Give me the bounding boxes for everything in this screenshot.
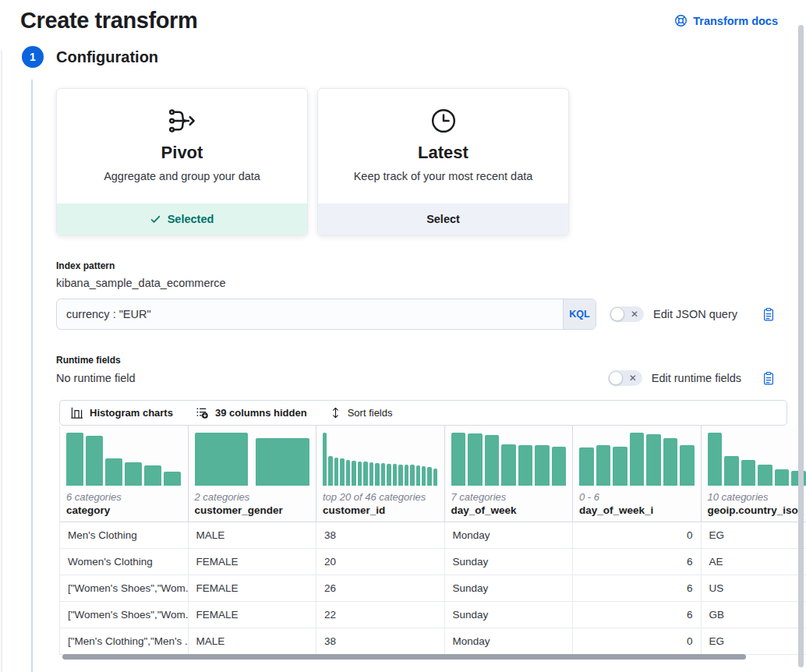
- histogram-bar: [708, 433, 723, 486]
- sort-fields-button[interactable]: Sort fields: [331, 407, 393, 419]
- histogram-bar: [363, 462, 367, 486]
- grid-cell[interactable]: 38: [316, 522, 445, 548]
- clock-icon: [430, 106, 457, 136]
- copy-json-query-button[interactable]: [762, 307, 775, 322]
- grid-cell[interactable]: Men's Clothing: [60, 522, 189, 548]
- latest-card-description: Keep track of your most recent data: [354, 170, 533, 182]
- grid-cell[interactable]: Sunday: [445, 602, 574, 628]
- column-name: day_of_week: [451, 504, 567, 518]
- grid-cell[interactable]: MALE: [189, 628, 317, 654]
- histogram-bar: [346, 460, 350, 486]
- grid-cell[interactable]: FEMALE: [189, 575, 317, 601]
- latest-card-body: Latest Keep track of your most recent da…: [318, 89, 568, 203]
- query-bar: KQL: [56, 299, 596, 330]
- grid-cell[interactable]: 38: [316, 628, 445, 654]
- grid-cell[interactable]: EG: [702, 628, 806, 654]
- column-caption: 2 categories: [195, 491, 310, 504]
- grid-cell[interactable]: AE: [702, 549, 806, 575]
- aggregate-icon: [168, 106, 196, 136]
- table-row: Men's ClothingMALE38Monday0EG: [60, 522, 806, 549]
- histogram-bar: [105, 458, 122, 486]
- step-header: 1 Configuration: [22, 46, 806, 68]
- column-header-day_of_week_i[interactable]: 0 - 6day_of_week_i: [573, 426, 702, 522]
- pivot-card[interactable]: Pivot Aggregate and group your data Sele…: [56, 88, 308, 235]
- histogram-bar: [405, 465, 408, 486]
- kql-query-input[interactable]: [57, 308, 563, 320]
- grid-cell[interactable]: MALE: [189, 522, 317, 548]
- copy-runtime-fields-button[interactable]: [762, 371, 775, 386]
- histogram-bar: [741, 460, 756, 486]
- grid-cell[interactable]: 0: [573, 522, 702, 548]
- configuration-content: Pivot Aggregate and group your data Sele…: [56, 88, 787, 655]
- latest-card-title: Latest: [418, 143, 468, 163]
- grid-cell[interactable]: 6: [573, 575, 702, 601]
- grid-cell[interactable]: 0: [573, 628, 702, 654]
- sort-fields-label: Sort fields: [348, 407, 393, 419]
- grid-cell[interactable]: ["Men's Clothing","Men's ...: [60, 628, 189, 654]
- horizontal-scrollbar[interactable]: [62, 654, 746, 660]
- column-header-category[interactable]: 6 categoriescategory: [60, 426, 189, 522]
- column-histogram: [579, 433, 695, 486]
- column-name: customer_id: [323, 504, 438, 518]
- vertical-scrollbar[interactable]: [798, 25, 804, 667]
- column-caption: 6 categories: [66, 491, 182, 504]
- grid-cell[interactable]: 6: [573, 602, 702, 628]
- column-header-geoip.country_iso_[interactable]: 10 categoriesgeoip.country_iso_: [702, 426, 806, 522]
- grid-cell[interactable]: ["Women's Shoes","Wom...: [60, 575, 189, 601]
- create-transform-page: Create transform Transform docs 1 Config…: [0, 0, 806, 672]
- grid-cell[interactable]: ["Women's Shoes","Wom...: [60, 602, 189, 628]
- histogram-bar: [393, 464, 397, 486]
- edit-runtime-fields-toggle[interactable]: ✕: [608, 370, 642, 386]
- grid-cell[interactable]: 26: [316, 575, 445, 601]
- grid-toolbar: Histogram charts: [59, 400, 787, 426]
- column-histogram: [66, 433, 182, 486]
- toggle-off-x-icon: ✕: [631, 309, 638, 319]
- column-header-customer_gender[interactable]: 2 categoriescustomer_gender: [189, 426, 317, 522]
- grid-cell[interactable]: US: [702, 575, 806, 601]
- histogram-bar: [775, 469, 790, 486]
- runtime-controls: ✕ Edit runtime fields: [608, 370, 787, 386]
- grid-cell[interactable]: EG: [702, 522, 806, 548]
- edit-json-query-toggle[interactable]: ✕: [610, 306, 644, 322]
- column-header-day_of_week[interactable]: 7 categoriesday_of_week: [445, 426, 574, 522]
- histogram-bar: [334, 458, 338, 486]
- histogram-bar: [323, 433, 327, 486]
- grid-cell[interactable]: 22: [316, 602, 445, 628]
- histogram-bar: [535, 445, 550, 486]
- grid-cell[interactable]: 20: [316, 549, 445, 575]
- columns-hidden-button[interactable]: 39 columns hidden: [196, 407, 307, 419]
- histogram-bar: [596, 445, 611, 486]
- histogram-bar: [387, 464, 391, 486]
- histogram-bar: [352, 461, 355, 486]
- clipboard-copy-icon: [762, 371, 775, 386]
- grid-cell[interactable]: GB: [702, 602, 806, 628]
- grid-cell[interactable]: FEMALE: [189, 602, 317, 628]
- column-histogram: [323, 433, 438, 486]
- column-header-customer_id[interactable]: top 20 of 46 categoriescustomer_id: [316, 426, 445, 522]
- runtime-fields-row: No runtime field ✕ Edit runtime fields: [56, 370, 787, 386]
- histogram-bar: [518, 445, 533, 486]
- grid-cell[interactable]: 6: [573, 549, 702, 575]
- histogram-charts-label: Histogram charts: [90, 407, 173, 419]
- grid-cell[interactable]: Sunday: [445, 549, 574, 575]
- table-row: Women's ClothingFEMALE20Sunday6AE: [60, 549, 806, 575]
- histogram-bar: [369, 462, 373, 486]
- histogram-bar: [663, 438, 678, 486]
- pivot-selected-button[interactable]: Selected: [57, 203, 307, 235]
- histogram-bar: [328, 456, 332, 486]
- grid-cell[interactable]: Sunday: [445, 575, 574, 601]
- latest-select-button[interactable]: Select: [318, 203, 568, 235]
- transform-docs-link[interactable]: Transform docs: [674, 14, 778, 27]
- histogram-bar: [613, 447, 627, 486]
- grid-cell[interactable]: FEMALE: [189, 549, 317, 575]
- grid-cell[interactable]: Monday: [445, 522, 574, 548]
- pivot-footer-label: Selected: [168, 213, 214, 225]
- grid-cell[interactable]: Monday: [445, 628, 574, 654]
- latest-card[interactable]: Latest Keep track of your most recent da…: [317, 88, 569, 235]
- kql-language-button[interactable]: KQL: [563, 299, 596, 329]
- toggle-knob: [609, 371, 623, 385]
- grid-cell[interactable]: Women's Clothing: [60, 549, 189, 575]
- toggle-knob: [610, 307, 624, 321]
- histogram-bar: [451, 433, 466, 486]
- histogram-charts-button[interactable]: Histogram charts: [71, 407, 173, 419]
